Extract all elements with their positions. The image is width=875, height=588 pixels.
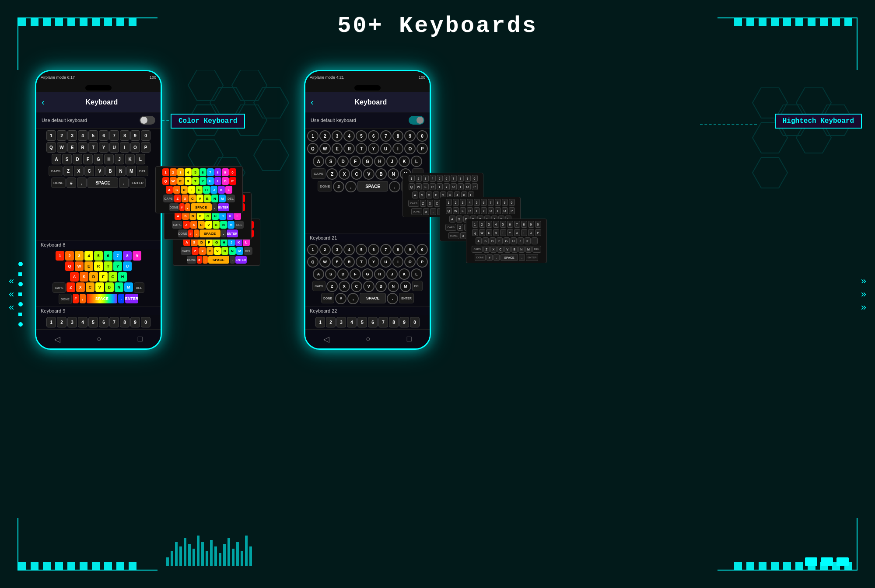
svg-marker-8 — [254, 140, 289, 170]
phone-right-nav: ◁ ○ □ — [305, 329, 430, 348]
keyboard-area-left: 1 2 3 4 5 6 7 8 9 0 Q W E R T Y U I — [36, 129, 161, 240]
phone-left-status: Airplane mode 6:17 100 — [36, 71, 161, 84]
key-4[interactable]: 4 — [78, 130, 88, 141]
keyboard-22-preview: 1 2 3 4 5 6 7 8 9 0 — [305, 315, 430, 329]
right-chevrons: » » » — [861, 276, 866, 312]
left-chevrons: « « « — [9, 276, 14, 312]
phone-left-header: ‹ Keyboard — [36, 92, 161, 112]
nav-back-left[interactable]: ◁ — [54, 334, 60, 344]
phone-right-status: Airplane mode 4:21 100 — [305, 71, 430, 84]
nav-back-right[interactable]: ◁ — [323, 334, 329, 344]
nav-recent-right[interactable]: □ — [407, 334, 412, 344]
keyboard-9-label: Keyboard 9 — [36, 306, 161, 315]
numbers-row-right: 1 2 3 4 5 6 7 8 9 0 — [307, 130, 428, 142]
key-9[interactable]: 9 — [130, 130, 140, 141]
keyboard-21-label: Keyboard 21 — [305, 233, 430, 242]
svg-marker-4 — [254, 87, 289, 118]
float-kb-overlay-1: 1 2 3 4 5 6 7 8 9 0 Q W E R T Y U I O P … — [155, 166, 243, 213]
keyboard-22-label: Keyboard 22 — [305, 306, 430, 315]
toggle-row-left: Use default keyboard — [36, 112, 161, 129]
back-button-right[interactable]: ‹ — [311, 97, 314, 107]
keyboard-9-preview: 1 2 3 4 5 6 7 8 9 0 — [36, 315, 161, 329]
hex-decoration-right — [744, 87, 853, 242]
key-7[interactable]: 7 — [109, 130, 119, 141]
toggle-row-right: Use default keyboard — [305, 112, 430, 129]
small-float-kb-3: 1234567890 QWERTYUIOP ASDFGHJKL CAPSZXCV… — [466, 219, 547, 263]
toggle-right[interactable] — [409, 116, 424, 125]
phone-left-notch — [36, 84, 161, 92]
dash-decoration-br — [734, 562, 857, 570]
page-title: 50+ Keyboards — [337, 13, 538, 39]
key-5[interactable]: 5 — [88, 130, 98, 141]
keyboard-8-label: Keyboard 8 — [36, 240, 161, 249]
phone-left: Airplane mode 6:17 100 ‹ Keyboard Use de… — [35, 70, 162, 350]
color-keyboard-label: Color Keyboard — [171, 114, 245, 129]
nav-home-left[interactable]: ○ — [97, 334, 102, 344]
bottom-row-left: DONE # , SPACE . ENTER — [38, 177, 159, 188]
nav-home-right[interactable]: ○ — [366, 334, 371, 344]
keyboard-21-preview: 1 2 3 4 5 6 7 8 9 0 Q W E R T Y U I O — [305, 242, 430, 306]
svg-marker-13 — [752, 157, 788, 188]
zxcv-row-left: CAPS Z X C V B N M DEL — [38, 166, 159, 176]
phone-right-notch — [305, 84, 430, 92]
toggle-left[interactable] — [140, 116, 155, 125]
phone-right-header: ‹ Keyboard — [305, 92, 430, 112]
phone-left-nav: ◁ ○ □ — [36, 329, 161, 348]
svg-marker-3 — [232, 70, 267, 101]
svg-marker-0 — [188, 70, 223, 101]
keyboard-8-preview: 1 2 3 4 5 6 7 8 9 Q W E R T Y U A S — [36, 249, 161, 306]
key-8[interactable]: 8 — [120, 130, 130, 141]
back-button-left[interactable]: ‹ — [42, 97, 45, 107]
nav-recent-left[interactable]: □ — [138, 334, 143, 344]
dash-decoration-tl — [18, 18, 141, 26]
key-6[interactable]: 6 — [99, 130, 108, 141]
key-0[interactable]: 0 — [141, 130, 150, 141]
equalizer-bars — [166, 536, 252, 566]
asdf-row-right: A S D F G H J K L — [307, 156, 428, 167]
asdf-row-left: A S D F G H J K L — [38, 154, 159, 164]
dashed-connector-right — [700, 124, 757, 125]
key-3[interactable]: 3 — [67, 130, 77, 141]
dash-decoration-bl — [18, 562, 141, 570]
qwerty-row-left: Q W E R T Y U I O P — [38, 142, 159, 153]
key-1[interactable]: 1 — [46, 130, 56, 141]
qwerty-row-right: Q W E R T Y U I O P — [307, 143, 428, 154]
left-dots — [18, 262, 23, 327]
hightech-keyboard-label: Hightech Keyboard — [775, 114, 862, 129]
key-2[interactable]: 2 — [57, 130, 66, 141]
dash-decoration-tr — [734, 18, 857, 26]
numbers-row-left: 1 2 3 4 5 6 7 8 9 0 — [38, 130, 159, 141]
